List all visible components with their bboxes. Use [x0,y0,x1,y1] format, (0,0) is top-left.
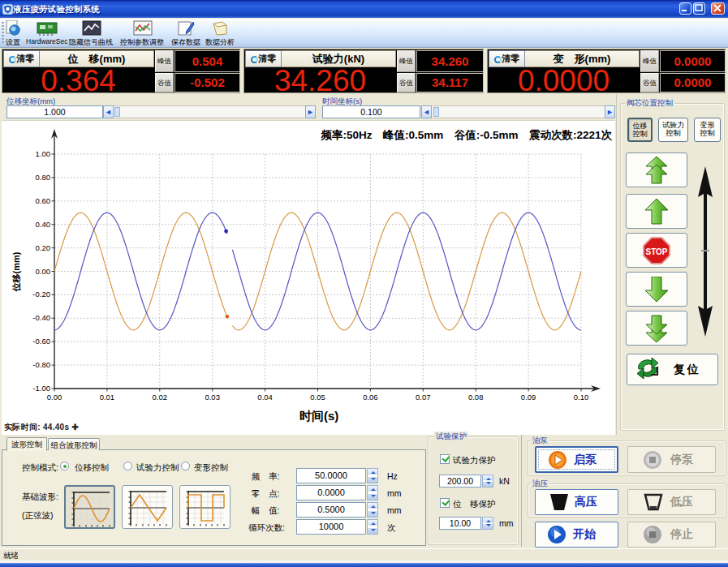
svg-text:0.01: 0.01 [100,393,115,402]
svg-text:0.07: 0.07 [416,393,431,402]
svg-text:1.00: 1.00 [36,149,51,158]
svg-text:0.03: 0.03 [205,393,220,402]
svg-text:0.20: 0.20 [36,243,51,252]
svg-text:频率:50Hz 峰值:0.5mm 谷值:-0.5mm: 频率:50Hz 峰值:0.5mm 谷值:-0.5mm 震动次数:2221次 [320,129,612,141]
svg-text:0.80: 0.80 [36,173,51,182]
svg-text:0.40: 0.40 [36,220,51,229]
svg-text:位移(mm): 位移(mm) [11,251,21,292]
svg-text:0.60: 0.60 [36,196,51,205]
svg-text:0.02: 0.02 [153,393,168,402]
svg-text:时间(s): 时间(s) [299,409,338,423]
svg-text:STOP: STOP [645,247,667,256]
svg-text:0.10: 0.10 [574,393,589,402]
svg-text:0.09: 0.09 [521,393,536,402]
svg-text:0.04: 0.04 [257,393,273,402]
svg-text:0.08: 0.08 [468,393,484,402]
svg-text:-0.20: -0.20 [32,290,50,299]
svg-text:0.05: 0.05 [310,393,325,402]
svg-text:-1.00: -1.00 [32,384,50,393]
svg-text:复 位: 复 位 [673,363,699,376]
svg-text:0.06: 0.06 [363,393,378,402]
svg-text:0.00: 0.00 [36,267,51,276]
svg-text:-0.80: -0.80 [32,360,50,369]
svg-text:-0.60: -0.60 [32,337,50,346]
svg-text:0.00: 0.00 [47,393,62,402]
svg-text:-0.40: -0.40 [32,313,50,322]
